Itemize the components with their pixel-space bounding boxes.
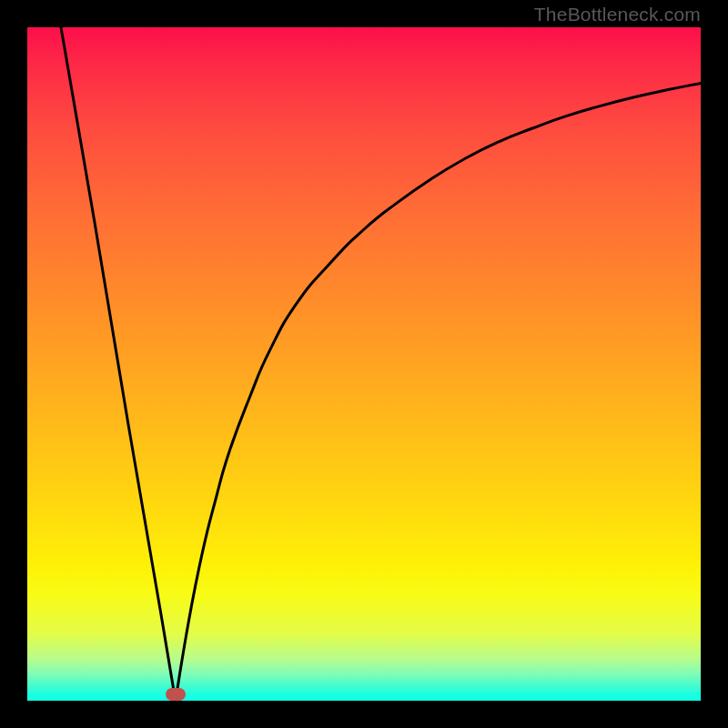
- watermark-label: TheBottleneck.com: [534, 4, 701, 25]
- chart-frame: TheBottleneck.com: [0, 0, 728, 728]
- minimum-marker: [166, 688, 186, 701]
- bottleneck-curve: [27, 27, 701, 701]
- curve-right-branch: [176, 83, 701, 701]
- curve-left-branch: [61, 27, 176, 701]
